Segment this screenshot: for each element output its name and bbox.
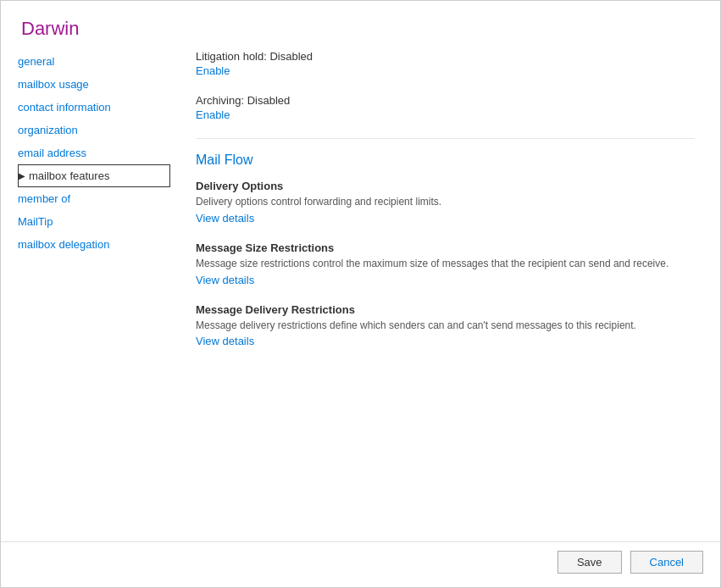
message-delivery-desc: Message delivery restrictions define whi… — [196, 319, 695, 333]
save-button[interactable]: Save — [557, 551, 622, 574]
sidebar: generalmailbox usagecontact informationo… — [1, 50, 170, 541]
litigation-hold-label: Litigation hold: Disabled — [196, 50, 695, 63]
sidebar-item-organization[interactable]: organization — [18, 119, 170, 141]
archiving-label: Archiving: Disabled — [196, 94, 695, 107]
sidebar-item-general[interactable]: general — [18, 50, 170, 73]
message-delivery-title: Message Delivery Restrictions — [196, 303, 695, 316]
sidebar-item-label: MailTip — [18, 215, 53, 228]
content-area: Litigation hold: Disabled Enable Archivi… — [170, 50, 720, 541]
delivery-options-section: Delivery Options Delivery options contro… — [196, 180, 695, 225]
sidebar-item-label: contact information — [18, 101, 111, 114]
sidebar-item-member-of[interactable]: member of — [18, 187, 170, 210]
sidebar-item-mailtip[interactable]: MailTip — [18, 210, 170, 233]
litigation-enable-link[interactable]: Enable — [196, 64, 230, 77]
cancel-button[interactable]: Cancel — [630, 551, 703, 574]
archiving-enable-link[interactable]: Enable — [196, 108, 230, 121]
footer: Save Cancel — [1, 541, 720, 587]
archiving-section: Archiving: Disabled Enable — [196, 94, 695, 121]
delivery-options-link[interactable]: View details — [196, 212, 254, 225]
message-size-link[interactable]: View details — [196, 274, 254, 286]
delivery-options-desc: Delivery options control forwarding and … — [196, 195, 695, 209]
sidebar-item-label: organization — [18, 124, 78, 136]
message-delivery-link[interactable]: View details — [196, 335, 254, 347]
delivery-options-title: Delivery Options — [196, 180, 695, 192]
sidebar-item-email-address[interactable]: email address — [18, 141, 170, 164]
message-delivery-section: Message Delivery Restrictions Message de… — [196, 303, 695, 348]
message-size-desc: Message size restrictions control the ma… — [196, 257, 695, 271]
page-title: Darwin — [1, 1, 720, 50]
sidebar-item-label: general — [18, 55, 54, 68]
litigation-hold-section: Litigation hold: Disabled Enable — [196, 50, 695, 77]
sidebar-item-label: member of — [18, 192, 70, 205]
sidebar-item-label: mailbox usage — [18, 78, 89, 91]
sidebar-item-mailbox-features[interactable]: ▶mailbox features — [18, 164, 170, 187]
sidebar-item-label: mailbox features — [29, 169, 109, 182]
sidebar-item-label: email address — [18, 147, 86, 159]
sidebar-item-mailbox-usage[interactable]: mailbox usage — [18, 73, 170, 96]
sidebar-item-label: mailbox delegation — [18, 238, 109, 251]
divider — [196, 138, 695, 139]
active-arrow-icon: ▶ — [19, 171, 25, 180]
sidebar-item-contact-information[interactable]: contact information — [18, 96, 170, 119]
message-size-section: Message Size Restrictions Message size r… — [196, 241, 695, 286]
sidebar-item-mailbox-delegation[interactable]: mailbox delegation — [18, 233, 170, 256]
message-size-title: Message Size Restrictions — [196, 241, 695, 254]
mail-flow-title: Mail Flow — [196, 153, 695, 168]
